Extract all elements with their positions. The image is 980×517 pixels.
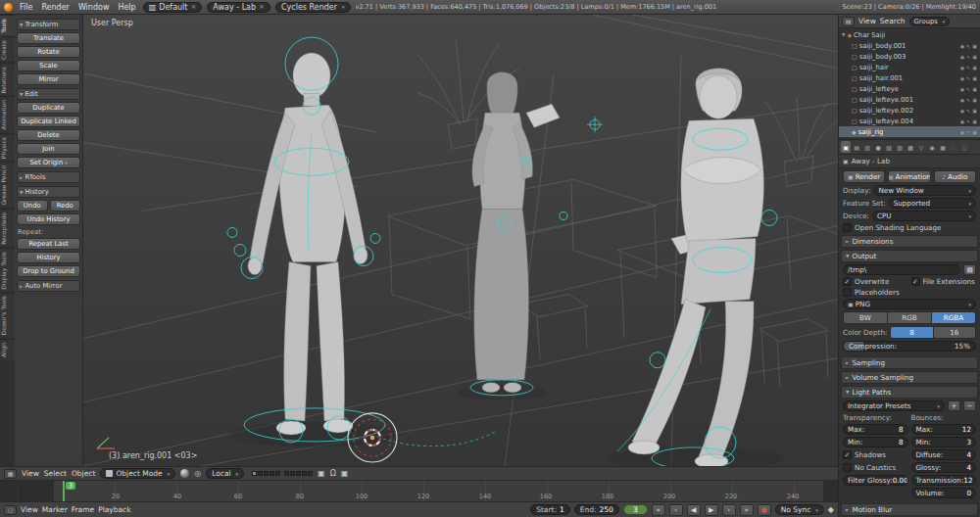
layer-9[interactable] <box>302 471 307 476</box>
jump-to-start-button[interactable]: « <box>652 504 665 516</box>
outliner-item-row[interactable]: ▢saiji_body.001◉↖▣ <box>839 40 980 51</box>
timeline-frame-menu[interactable]: Frame <box>72 505 94 514</box>
animation-button[interactable]: ▤Animation <box>888 170 930 183</box>
selectable-icon[interactable]: ↖ <box>966 118 970 124</box>
scene-lock-icon[interactable]: ▣ <box>318 469 325 478</box>
auto-mirror-panel-header[interactable]: ►Auto Mirror <box>17 280 80 292</box>
tab-tools[interactable]: Tools <box>0 15 15 36</box>
eye-icon[interactable]: ◉ <box>960 108 964 114</box>
outliner-item-row[interactable]: ▢saiji_lefteye.004◉↖▣ <box>839 116 980 126</box>
tab-align[interactable]: Align <box>0 339 15 360</box>
outliner-display-mode[interactable]: Groups ▾ <box>909 17 951 26</box>
folder-icon[interactable]: ▤ <box>963 264 976 275</box>
tab-texture-icon[interactable]: ▦ <box>938 141 948 153</box>
integrator-presets-selector[interactable]: Integrator Presets▾ <box>843 400 945 411</box>
outliner-item-row[interactable]: ▢saiji_body.003◉↖▣ <box>839 51 980 62</box>
undo-button[interactable]: Undo <box>17 200 48 212</box>
outliner-view-menu[interactable]: View <box>858 17 876 25</box>
render-visibility-icon[interactable]: ▣ <box>972 108 977 114</box>
eye-icon[interactable]: ◉ <box>960 86 964 92</box>
tab-modifiers-icon[interactable]: ▩ <box>906 141 915 153</box>
translate-button[interactable]: Translate <box>17 32 80 44</box>
viewport-3d[interactable]: User Persp (3) aren_rig.001 <03> <box>83 15 838 466</box>
tab-constraints-icon[interactable]: ▨ <box>895 141 905 153</box>
diffuse-bounces-field[interactable]: Diffuse:4 <box>911 449 977 460</box>
osl-checkbox[interactable] <box>843 223 852 232</box>
record-button[interactable]: ● <box>758 504 771 516</box>
render-visibility-icon[interactable]: ▣ <box>972 118 977 124</box>
scene-selector[interactable]: Away - Lab × <box>207 2 270 13</box>
eye-icon[interactable]: ◉ <box>960 65 964 70</box>
color-bw-button[interactable]: BW <box>844 312 888 323</box>
outliner-group-row[interactable]: ▼ ◈ Char Saiji <box>839 29 980 40</box>
editor-type-timeline-icon[interactable]: ○ <box>4 505 17 515</box>
menu-window[interactable]: Window <box>76 3 112 12</box>
transparency-min-field[interactable]: Min:8 <box>843 437 908 447</box>
selectable-icon[interactable]: ↖ <box>966 108 970 114</box>
output-path-field[interactable]: /tmp\ <box>843 264 960 275</box>
tab-material-icon[interactable]: ◉ <box>927 141 937 153</box>
menu-render[interactable]: Render <box>39 3 71 12</box>
drop-to-ground-button[interactable]: Drop to Ground <box>17 265 80 277</box>
file-format-selector[interactable]: ▣PNG▾ <box>843 299 976 309</box>
outliner-item-row[interactable]: ▢saiji_lefteye◉↖▣ <box>839 83 980 94</box>
undo-history-button[interactable]: Undo History <box>17 213 80 225</box>
render-visibility-icon[interactable]: ▣ <box>972 43 977 49</box>
color-rgb-button[interactable]: RGB <box>888 312 932 323</box>
outliner-item-row[interactable]: ▢saiji_hair◉↖▣ <box>839 62 980 72</box>
tab-world-icon[interactable]: ● <box>873 141 883 153</box>
bounces-min-field[interactable]: Min:3 <box>911 437 977 447</box>
scale-button[interactable]: Scale <box>17 60 80 71</box>
file-extensions-checkbox[interactable]: ✓ <box>911 277 920 286</box>
layer-10[interactable] <box>308 471 313 476</box>
selectable-icon[interactable]: ↖ <box>966 65 970 70</box>
eye-icon[interactable]: ◉ <box>960 97 964 103</box>
overwrite-checkbox[interactable]: ✓ <box>843 277 852 286</box>
render-visibility-icon[interactable]: ▣ <box>972 65 977 70</box>
rotate-button[interactable]: Rotate <box>17 46 80 58</box>
filter-glossy-field[interactable]: Filter Glossy:0.00 <box>843 475 908 486</box>
layer-5[interactable] <box>275 471 280 476</box>
selectable-icon[interactable]: ↖ <box>966 43 970 49</box>
transform-orientation-selector[interactable]: Local ▾ <box>206 468 244 479</box>
history-panel-header[interactable]: ▼History <box>17 186 80 198</box>
keying-set-icon[interactable]: ◆ <box>828 505 834 514</box>
start-frame-field[interactable]: Start:1 <box>530 504 570 515</box>
eye-icon[interactable]: ◉ <box>960 118 964 124</box>
pivot-center-icon[interactable]: ◎ <box>194 469 201 478</box>
bounces-max-field[interactable]: Max:12 <box>911 424 977 435</box>
snap-magnet-icon[interactable]: Ω <box>330 469 336 478</box>
tab-grease-pencil[interactable]: Grease Pencil <box>0 162 15 209</box>
render-visibility-icon[interactable]: ▣ <box>972 54 977 60</box>
glossy-bounces-field[interactable]: Glossy:4 <box>911 462 977 473</box>
layer-1[interactable] <box>252 471 257 476</box>
play-reverse-button[interactable]: ◀ <box>687 504 701 516</box>
layer-6[interactable] <box>284 471 289 476</box>
selectable-icon[interactable]: ↖ <box>966 75 970 81</box>
tab-object-data-icon[interactable]: ▽ <box>916 141 926 153</box>
next-keyframe-button[interactable]: › <box>722 504 736 516</box>
timeline-playback-menu[interactable]: Playback <box>98 505 130 514</box>
menu-file[interactable]: File <box>18 3 34 12</box>
placeholders-checkbox[interactable] <box>843 288 852 297</box>
duplicate-button[interactable]: Duplicate <box>17 102 80 114</box>
motion-blur-panel-header[interactable]: ►Motion Blur <box>841 503 978 516</box>
tab-display-tools[interactable]: Display Tools <box>0 248 15 293</box>
audio-button[interactable]: ♪Audio <box>934 170 976 183</box>
viewport-shading-icon[interactable] <box>180 469 189 478</box>
depth-8-button[interactable]: 8 <box>891 327 933 338</box>
tab-recopilado[interactable]: Recopilado <box>0 209 15 248</box>
outliner-search-menu[interactable]: Search <box>880 17 906 25</box>
menu-help[interactable]: Help <box>116 3 137 12</box>
shadows-checkbox[interactable]: ✓ <box>843 450 852 459</box>
outliner-item-row[interactable]: ▢saiji_hair.001◉↖▣ <box>839 72 980 83</box>
color-rgba-button[interactable]: RGBA <box>932 312 975 323</box>
redo-button[interactable]: Redo <box>50 200 81 212</box>
light-paths-panel-header[interactable]: ▼Light Paths <box>841 386 978 399</box>
object-menu[interactable]: Object <box>72 469 95 478</box>
sampling-panel-header[interactable]: ►Sampling <box>841 356 978 369</box>
render-engine-selector[interactable]: Cycles Render ▾ <box>275 2 351 13</box>
repeat-history-button[interactable]: History <box>17 252 80 263</box>
tab-scene-icon[interactable]: ▥ <box>862 141 872 153</box>
tab-relations[interactable]: Relations <box>0 63 15 97</box>
